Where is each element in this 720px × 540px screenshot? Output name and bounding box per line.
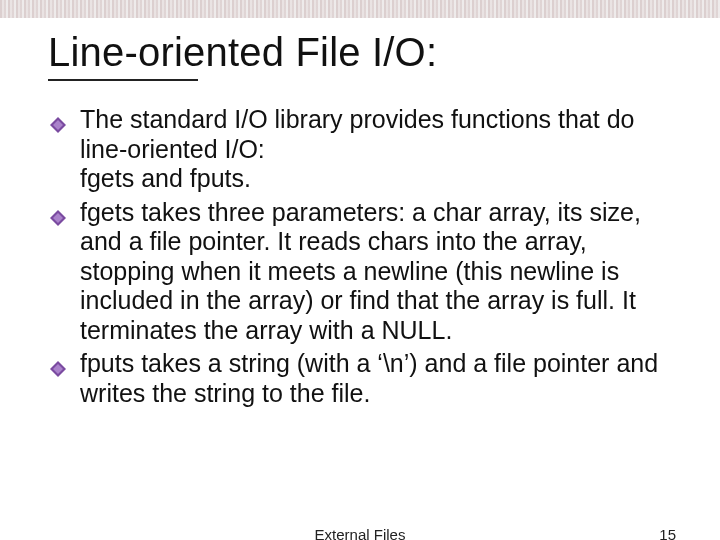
diamond-bullet-icon xyxy=(50,110,66,126)
list-item: fputs takes a string (with a ‘\n’) and a… xyxy=(80,349,672,408)
bullet-text: fgets takes three parameters: a char arr… xyxy=(80,198,641,344)
bullet-text: fputs takes a string (with a ‘\n’) and a… xyxy=(80,349,658,407)
bullet-text: The standard I/O library provides functi… xyxy=(80,105,634,192)
bullet-list: The standard I/O library provides functi… xyxy=(48,105,672,408)
page-number: 15 xyxy=(659,526,676,540)
footer-title: External Files xyxy=(315,526,406,540)
top-texture-bar xyxy=(0,0,720,18)
list-item: fgets takes three parameters: a char arr… xyxy=(80,198,672,346)
diamond-bullet-icon xyxy=(50,354,66,370)
page-title: Line-oriented File I/O: xyxy=(48,30,672,75)
title-underline xyxy=(48,79,198,81)
slide-content: Line-oriented File I/O: The standard I/O… xyxy=(0,0,720,408)
list-item: The standard I/O library provides functi… xyxy=(80,105,672,194)
diamond-bullet-icon xyxy=(50,203,66,219)
